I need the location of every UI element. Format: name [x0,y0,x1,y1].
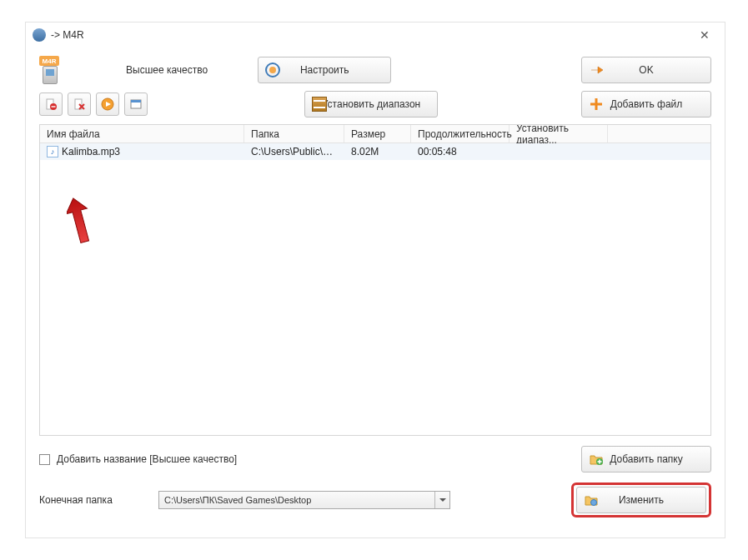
cell-name: Kalimba.mp3 [40,144,244,159]
cell-range [510,150,608,153]
change-folder-button[interactable]: Изменить [576,487,706,513]
window-title: -> M4R [51,29,691,41]
top-row: M4R Высшее качество Настроить OK [39,56,711,84]
highlight-annotation: Изменить [571,482,711,518]
col-name[interactable]: Имя файла [40,125,244,142]
content-area: M4R Высшее качество Настроить OK [26,48,725,538]
view-mode-button[interactable] [124,92,148,116]
play-button[interactable] [96,92,119,116]
table-header: Имя файла Папка Размер Продолжительность… [40,125,710,143]
output-folder-combo[interactable]: C:\Users\ПК\Saved Games\Desktop [158,491,450,509]
svg-rect-2 [52,106,56,107]
add-title-row: Добавить название [Высшее качество] Доба… [39,446,711,472]
set-range-button[interactable]: Установить диапазон [304,91,438,118]
col-folder[interactable]: Папка [244,125,344,142]
file-table: Имя файла Папка Размер Продолжительность… [39,124,711,436]
titlebar: -> M4R ✕ [26,22,725,48]
add-folder-button[interactable]: Добавить папку [581,446,711,472]
cell-folder: C:\Users\Public\Mu... [244,144,344,159]
close-button[interactable]: ✕ [691,28,718,42]
app-icon [33,28,46,42]
output-folder-row: Конечная папка C:\Users\ПК\Saved Games\D… [39,482,711,518]
plus-icon [589,97,604,112]
folder-browse-icon [584,492,599,508]
arrow-right-icon [589,62,604,78]
clear-list-button[interactable] [68,92,91,116]
svg-rect-11 [598,461,602,462]
folder-plus-icon [589,452,604,467]
ok-button[interactable]: OK [581,57,711,83]
svg-rect-6 [131,100,141,102]
footer: Добавить название [Высшее качество] Доба… [39,436,711,528]
col-range[interactable]: Установить диапаз... [510,125,608,142]
col-duration[interactable]: Продолжительность [411,125,510,142]
output-folder-label: Конечная папка [39,494,152,506]
cell-size: 8.02M [344,144,411,159]
configure-button[interactable]: Настроить [258,57,391,83]
table-row[interactable]: Kalimba.mp3 C:\Users\Public\Mu... 8.02M … [40,143,710,160]
main-window: -> M4R ✕ M4R Высшее качество Настроить O… [25,22,725,538]
add-file-button[interactable]: Добавить файл [581,91,711,118]
remove-file-button[interactable] [39,92,63,116]
add-title-checkbox[interactable] [39,454,50,465]
quality-label: Высшее качество [126,64,208,76]
svg-rect-8 [590,103,602,106]
toolbar-row: Установить диапазон Добавить файл [39,91,711,118]
music-file-icon [47,146,58,158]
svg-point-12 [591,500,597,506]
chevron-down-icon [434,492,449,508]
cell-duration: 00:05:48 [411,144,510,159]
m4r-format-icon: M4R [39,56,68,84]
film-icon [312,97,327,112]
add-title-label: Добавить название [Высшее качество] [57,453,237,465]
col-size[interactable]: Размер [344,125,411,142]
